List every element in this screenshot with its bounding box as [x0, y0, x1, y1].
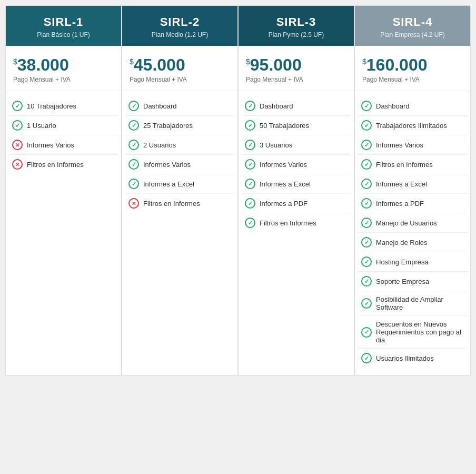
feature-item: Filtros en Informes — [358, 155, 467, 174]
feature-label: 10 Trabajadores — [27, 102, 76, 110]
check-partial-icon — [128, 140, 139, 150]
feature-label: Informes a Excel — [260, 180, 311, 188]
plan-price-section-sirl1: $38.000Pago Mensual + IVA — [6, 46, 121, 91]
feature-label: Informes Varios — [27, 141, 74, 149]
check-icon — [361, 120, 372, 131]
feature-label: Filtros en Informes — [260, 219, 316, 227]
check-partial-icon — [245, 140, 255, 150]
check-icon — [361, 218, 372, 228]
feature-item: Filtros en Informes — [9, 155, 118, 174]
feature-label: 25 Trabajadores — [143, 122, 193, 130]
feature-item: 2 Usuarios — [125, 135, 234, 155]
check-icon — [361, 159, 372, 170]
x-icon — [128, 198, 139, 209]
feature-label: Informes a Excel — [376, 180, 427, 188]
plan-price-sirl3: $95.000 — [246, 55, 346, 75]
check-icon — [128, 101, 139, 111]
feature-label: Dashboard — [260, 102, 293, 110]
check-icon — [245, 159, 255, 170]
check-icon — [361, 298, 372, 309]
plan-price-sirl1: $38.000 — [13, 55, 114, 75]
feature-label: 1 Usuario — [27, 122, 56, 130]
feature-label: 50 Trabajadores — [260, 122, 309, 130]
feature-label: Filtros en Informes — [143, 200, 200, 208]
plan-header-sirl3: SIRL-3Plan Pyme (2.5 UF) — [239, 6, 354, 46]
plan-features-sirl3: Dashboard50 Trabajadores3 UsuariosInform… — [239, 91, 354, 375]
check-icon — [361, 140, 372, 150]
plan-header-sirl4: SIRL-4Plan Empresa (4.2 UF) — [355, 6, 470, 46]
feature-label: Descuentos en Nuevos Requerimientos con … — [376, 320, 464, 344]
feature-label: Dashboard — [143, 102, 177, 110]
feature-label: Informes a PDF — [260, 200, 308, 208]
feature-item: Trabajadores Ilimitados — [358, 116, 467, 135]
check-partial-icon — [12, 120, 23, 131]
check-icon — [128, 120, 139, 131]
feature-item: Informes Varios — [9, 135, 118, 155]
feature-label: Hosting Empresa — [376, 258, 429, 266]
feature-item: 10 Trabajadores — [9, 96, 118, 116]
check-icon — [361, 179, 372, 189]
feature-item: Dashboard — [125, 96, 234, 116]
feature-item: Informes Varios — [358, 135, 467, 155]
plan-subtitle-sirl4: Plan Empresa (4.2 UF) — [360, 31, 465, 38]
feature-item: Informes a PDF — [358, 194, 467, 213]
feature-label: Informes Varios — [260, 161, 307, 169]
feature-item: 50 Trabajadores — [242, 116, 351, 135]
feature-item: Soporte Empresa — [358, 272, 467, 291]
plan-price-section-sirl3: $95.000Pago Mensual + IVA — [239, 46, 354, 91]
plan-features-sirl2: Dashboard25 Trabajadores2 UsuariosInform… — [122, 91, 237, 375]
feature-item: Hosting Empresa — [358, 252, 467, 272]
feature-label: Posibilidad de Ampliar Software — [376, 295, 464, 311]
plan-price-section-sirl2: $45.000Pago Mensual + IVA — [122, 46, 237, 91]
feature-item: Filtros en Informes — [125, 194, 234, 213]
plan-card-sirl3: SIRL-3Plan Pyme (2.5 UF)$95.000Pago Mens… — [238, 5, 354, 376]
plan-features-sirl1: 10 Trabajadores1 UsuarioInformes VariosF… — [6, 91, 121, 375]
feature-item: Informes a Excel — [125, 174, 234, 194]
feature-item: Posibilidad de Ampliar Software — [358, 291, 467, 316]
plan-subtitle-sirl3: Plan Pyme (2.5 UF) — [244, 31, 349, 38]
plan-name-sirl1: SIRL-1 — [11, 15, 116, 29]
check-icon — [128, 179, 139, 189]
feature-item: Usuarios Ilimitados — [358, 349, 467, 368]
x-icon — [12, 159, 23, 170]
feature-item: Manejo de Usuarios — [358, 213, 467, 233]
feature-item: Informes a Excel — [358, 174, 467, 194]
feature-label: Informes Varios — [376, 141, 423, 149]
feature-label: Usuarios Ilimitados — [376, 354, 434, 362]
feature-label: Manejo de Roles — [376, 239, 428, 246]
plan-price-label-sirl4: Pago Mensual + IVA — [362, 76, 463, 83]
check-icon — [361, 198, 372, 209]
plan-price-sirl4: $160.000 — [362, 55, 463, 75]
check-icon — [361, 101, 372, 111]
plan-name-sirl3: SIRL-3 — [244, 15, 349, 29]
check-icon — [245, 120, 255, 131]
feature-label: Informes Varios — [143, 161, 191, 169]
feature-item: Filtros en Informes — [242, 213, 351, 232]
check-icon — [361, 353, 372, 363]
feature-item: Manejo de Roles — [358, 233, 467, 252]
plan-name-sirl2: SIRL-2 — [127, 15, 232, 29]
plan-subtitle-sirl2: Plan Medio (1.2 UF) — [127, 31, 232, 38]
plan-header-sirl2: SIRL-2Plan Medio (1.2 UF) — [122, 6, 237, 46]
feature-item: Informes Varios — [242, 155, 351, 174]
feature-item: Informes a PDF — [242, 194, 351, 213]
feature-label: Filtros en Informes — [27, 161, 84, 169]
plan-subtitle-sirl1: Plan Básico (1 UF) — [11, 31, 116, 38]
feature-label: Soporte Empresa — [376, 278, 429, 285]
feature-label: Informes a PDF — [376, 200, 424, 208]
plan-card-sirl1: SIRL-1Plan Básico (1 UF)$38.000Pago Mens… — [5, 5, 122, 376]
plan-price-section-sirl4: $160.000Pago Mensual + IVA — [355, 46, 470, 91]
plans-container: SIRL-1Plan Básico (1 UF)$38.000Pago Mens… — [5, 5, 471, 376]
check-icon — [361, 256, 372, 267]
check-icon — [361, 276, 372, 287]
plan-price-sirl2: $45.000 — [130, 55, 230, 75]
feature-label: Dashboard — [376, 102, 410, 110]
feature-item: Dashboard — [358, 96, 467, 116]
feature-item: 1 Usuario — [9, 116, 118, 135]
feature-label: Informes a Excel — [143, 180, 194, 188]
feature-item: Dashboard — [242, 96, 351, 116]
check-icon — [128, 159, 139, 170]
x-icon — [12, 140, 23, 150]
plan-price-label-sirl2: Pago Mensual + IVA — [130, 76, 230, 83]
feature-label: Filtros en Informes — [376, 161, 433, 169]
